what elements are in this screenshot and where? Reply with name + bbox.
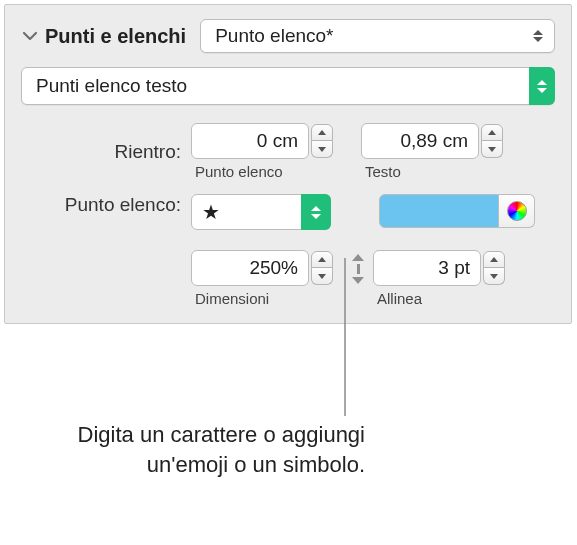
list-style-value: Punto elenco*: [215, 25, 333, 47]
color-picker-button[interactable]: [499, 194, 535, 228]
text-indent-stepper[interactable]: [481, 124, 503, 158]
bullet-size-sublabel: Dimensioni: [191, 290, 333, 307]
indent-label: Rientro:: [21, 141, 191, 163]
stepper-down-icon[interactable]: [483, 268, 505, 285]
bullet-size-field[interactable]: 250%: [191, 250, 309, 286]
bullet-type-popup[interactable]: Punti elenco testo: [21, 67, 555, 105]
updown-arrows-icon: [529, 67, 555, 105]
stepper-up-icon[interactable]: [311, 251, 333, 268]
bullet-label: Punto elenco:: [21, 194, 191, 216]
updown-arrows-icon: [301, 194, 331, 230]
bullet-align-group: 3 pt Allinea: [373, 250, 505, 307]
stepper-up-icon[interactable]: [311, 124, 333, 141]
size-align-row: 250% Dimensioni 3 pt: [21, 250, 555, 307]
bullet-type-value: Punti elenco testo: [36, 75, 187, 97]
bullet-color-well: [379, 194, 535, 228]
stepper-down-icon[interactable]: [481, 141, 503, 158]
section-header: Punti e elenchi Punto elenco*: [21, 19, 555, 53]
bullet-size-stepper[interactable]: [311, 251, 333, 285]
vertical-align-icon: [347, 254, 369, 284]
bullet-character-row: Punto elenco: ★: [21, 194, 555, 230]
text-indent-sublabel: Testo: [361, 163, 503, 180]
color-wheel-icon: [507, 201, 527, 221]
stepper-down-icon[interactable]: [311, 268, 333, 285]
bullet-type-row: Punti elenco testo: [21, 67, 555, 105]
stepper-up-icon[interactable]: [481, 124, 503, 141]
section-title: Punti e elenchi: [45, 25, 186, 48]
indent-row: Rientro: 0 cm Punto elenco 0,89 cm: [21, 123, 555, 180]
bullets-lists-panel: Punti e elenchi Punto elenco* Punti elen…: [4, 4, 572, 324]
bullet-size-group: 250% Dimensioni: [191, 250, 333, 307]
list-style-popup[interactable]: Punto elenco*: [200, 19, 555, 53]
bullet-align-stepper[interactable]: [483, 251, 505, 285]
text-indent-group: 0,89 cm Testo: [361, 123, 503, 180]
bullet-align-field[interactable]: 3 pt: [373, 250, 481, 286]
updown-arrows-icon: [532, 27, 544, 45]
bullet-indent-group: 0 cm Punto elenco: [191, 123, 333, 180]
bullet-indent-stepper[interactable]: [311, 124, 333, 158]
bullet-align-sublabel: Allinea: [373, 290, 505, 307]
disclosure-chevron-icon[interactable]: [21, 27, 39, 45]
bullet-indent-sublabel: Punto elenco: [191, 163, 333, 180]
text-indent-field[interactable]: 0,89 cm: [361, 123, 479, 159]
stepper-up-icon[interactable]: [483, 251, 505, 268]
bullet-color-swatch[interactable]: [379, 194, 499, 228]
callout-caption: Digita un carattere o aggiungi un'emoji …: [0, 420, 365, 479]
bullet-character-picker[interactable]: ★: [191, 194, 331, 230]
bullet-indent-field[interactable]: 0 cm: [191, 123, 309, 159]
stepper-down-icon[interactable]: [311, 141, 333, 158]
bullet-glyph-icon: ★: [202, 202, 220, 222]
